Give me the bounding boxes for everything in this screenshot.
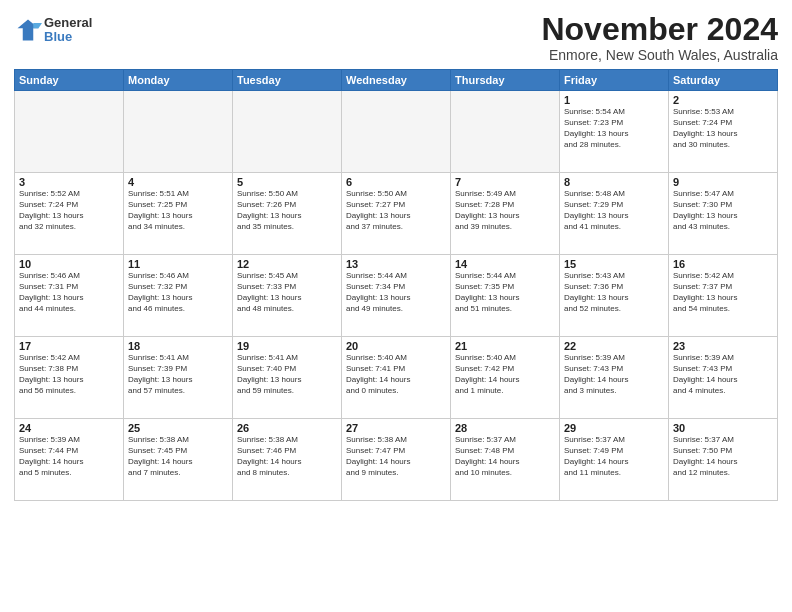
day-info: Sunrise: 5:40 AMSunset: 7:41 PMDaylight:…	[346, 353, 446, 396]
col-sunday: Sunday	[15, 70, 124, 91]
day-number: 23	[673, 340, 773, 352]
col-friday: Friday	[560, 70, 669, 91]
day-info: Sunrise: 5:38 AMSunset: 7:45 PMDaylight:…	[128, 435, 228, 478]
day-number: 3	[19, 176, 119, 188]
day-number: 10	[19, 258, 119, 270]
calendar-cell: 11Sunrise: 5:46 AMSunset: 7:32 PMDayligh…	[124, 255, 233, 337]
day-info: Sunrise: 5:45 AMSunset: 7:33 PMDaylight:…	[237, 271, 337, 314]
calendar-cell	[451, 91, 560, 173]
calendar-cell: 27Sunrise: 5:38 AMSunset: 7:47 PMDayligh…	[342, 419, 451, 501]
calendar-cell: 10Sunrise: 5:46 AMSunset: 7:31 PMDayligh…	[15, 255, 124, 337]
svg-marker-0	[18, 20, 39, 41]
calendar-cell: 21Sunrise: 5:40 AMSunset: 7:42 PMDayligh…	[451, 337, 560, 419]
calendar-cell: 5Sunrise: 5:50 AMSunset: 7:26 PMDaylight…	[233, 173, 342, 255]
col-thursday: Thursday	[451, 70, 560, 91]
logo-blue-text: Blue	[44, 30, 92, 44]
calendar-cell: 1Sunrise: 5:54 AMSunset: 7:23 PMDaylight…	[560, 91, 669, 173]
day-number: 24	[19, 422, 119, 434]
day-info: Sunrise: 5:43 AMSunset: 7:36 PMDaylight:…	[564, 271, 664, 314]
calendar-cell: 7Sunrise: 5:49 AMSunset: 7:28 PMDaylight…	[451, 173, 560, 255]
calendar-cell: 29Sunrise: 5:37 AMSunset: 7:49 PMDayligh…	[560, 419, 669, 501]
week-row-5: 24Sunrise: 5:39 AMSunset: 7:44 PMDayligh…	[15, 419, 778, 501]
calendar-cell: 4Sunrise: 5:51 AMSunset: 7:25 PMDaylight…	[124, 173, 233, 255]
col-tuesday: Tuesday	[233, 70, 342, 91]
day-info: Sunrise: 5:44 AMSunset: 7:34 PMDaylight:…	[346, 271, 446, 314]
day-info: Sunrise: 5:37 AMSunset: 7:48 PMDaylight:…	[455, 435, 555, 478]
calendar-cell: 8Sunrise: 5:48 AMSunset: 7:29 PMDaylight…	[560, 173, 669, 255]
day-number: 25	[128, 422, 228, 434]
calendar-cell: 20Sunrise: 5:40 AMSunset: 7:41 PMDayligh…	[342, 337, 451, 419]
day-info: Sunrise: 5:42 AMSunset: 7:38 PMDaylight:…	[19, 353, 119, 396]
day-info: Sunrise: 5:47 AMSunset: 7:30 PMDaylight:…	[673, 189, 773, 232]
day-number: 11	[128, 258, 228, 270]
calendar-cell: 25Sunrise: 5:38 AMSunset: 7:45 PMDayligh…	[124, 419, 233, 501]
col-saturday: Saturday	[669, 70, 778, 91]
day-info: Sunrise: 5:39 AMSunset: 7:43 PMDaylight:…	[673, 353, 773, 396]
day-info: Sunrise: 5:49 AMSunset: 7:28 PMDaylight:…	[455, 189, 555, 232]
day-info: Sunrise: 5:38 AMSunset: 7:46 PMDaylight:…	[237, 435, 337, 478]
day-number: 15	[564, 258, 664, 270]
day-number: 13	[346, 258, 446, 270]
day-number: 27	[346, 422, 446, 434]
day-number: 14	[455, 258, 555, 270]
calendar-cell: 28Sunrise: 5:37 AMSunset: 7:48 PMDayligh…	[451, 419, 560, 501]
day-info: Sunrise: 5:41 AMSunset: 7:39 PMDaylight:…	[128, 353, 228, 396]
day-number: 1	[564, 94, 664, 106]
calendar-container: General Blue November 2024 Enmore, New S…	[0, 0, 792, 612]
calendar-cell: 14Sunrise: 5:44 AMSunset: 7:35 PMDayligh…	[451, 255, 560, 337]
day-info: Sunrise: 5:52 AMSunset: 7:24 PMDaylight:…	[19, 189, 119, 232]
day-number: 5	[237, 176, 337, 188]
day-info: Sunrise: 5:39 AMSunset: 7:43 PMDaylight:…	[564, 353, 664, 396]
day-info: Sunrise: 5:41 AMSunset: 7:40 PMDaylight:…	[237, 353, 337, 396]
calendar-cell: 18Sunrise: 5:41 AMSunset: 7:39 PMDayligh…	[124, 337, 233, 419]
calendar-cell: 30Sunrise: 5:37 AMSunset: 7:50 PMDayligh…	[669, 419, 778, 501]
logo-text: General Blue	[44, 16, 92, 45]
calendar-cell	[342, 91, 451, 173]
col-wednesday: Wednesday	[342, 70, 451, 91]
week-row-4: 17Sunrise: 5:42 AMSunset: 7:38 PMDayligh…	[15, 337, 778, 419]
calendar-cell: 6Sunrise: 5:50 AMSunset: 7:27 PMDaylight…	[342, 173, 451, 255]
logo-icon	[14, 16, 42, 44]
calendar-cell: 3Sunrise: 5:52 AMSunset: 7:24 PMDaylight…	[15, 173, 124, 255]
day-number: 2	[673, 94, 773, 106]
day-number: 4	[128, 176, 228, 188]
day-number: 18	[128, 340, 228, 352]
location: Enmore, New South Wales, Australia	[541, 47, 778, 63]
day-info: Sunrise: 5:37 AMSunset: 7:49 PMDaylight:…	[564, 435, 664, 478]
calendar-cell: 24Sunrise: 5:39 AMSunset: 7:44 PMDayligh…	[15, 419, 124, 501]
calendar-cell: 26Sunrise: 5:38 AMSunset: 7:46 PMDayligh…	[233, 419, 342, 501]
calendar-cell: 19Sunrise: 5:41 AMSunset: 7:40 PMDayligh…	[233, 337, 342, 419]
calendar-cell	[124, 91, 233, 173]
day-number: 22	[564, 340, 664, 352]
day-number: 20	[346, 340, 446, 352]
calendar-cell: 13Sunrise: 5:44 AMSunset: 7:34 PMDayligh…	[342, 255, 451, 337]
calendar-cell: 22Sunrise: 5:39 AMSunset: 7:43 PMDayligh…	[560, 337, 669, 419]
day-number: 19	[237, 340, 337, 352]
day-info: Sunrise: 5:42 AMSunset: 7:37 PMDaylight:…	[673, 271, 773, 314]
day-info: Sunrise: 5:39 AMSunset: 7:44 PMDaylight:…	[19, 435, 119, 478]
day-number: 29	[564, 422, 664, 434]
calendar-cell: 16Sunrise: 5:42 AMSunset: 7:37 PMDayligh…	[669, 255, 778, 337]
day-info: Sunrise: 5:51 AMSunset: 7:25 PMDaylight:…	[128, 189, 228, 232]
logo-general-text: General	[44, 16, 92, 30]
col-monday: Monday	[124, 70, 233, 91]
week-row-2: 3Sunrise: 5:52 AMSunset: 7:24 PMDaylight…	[15, 173, 778, 255]
day-info: Sunrise: 5:40 AMSunset: 7:42 PMDaylight:…	[455, 353, 555, 396]
calendar-cell: 2Sunrise: 5:53 AMSunset: 7:24 PMDaylight…	[669, 91, 778, 173]
day-number: 26	[237, 422, 337, 434]
logo: General Blue	[14, 16, 92, 45]
day-info: Sunrise: 5:44 AMSunset: 7:35 PMDaylight:…	[455, 271, 555, 314]
day-number: 30	[673, 422, 773, 434]
calendar-cell: 17Sunrise: 5:42 AMSunset: 7:38 PMDayligh…	[15, 337, 124, 419]
day-number: 16	[673, 258, 773, 270]
month-title: November 2024	[541, 12, 778, 47]
calendar-cell: 23Sunrise: 5:39 AMSunset: 7:43 PMDayligh…	[669, 337, 778, 419]
day-number: 6	[346, 176, 446, 188]
day-info: Sunrise: 5:48 AMSunset: 7:29 PMDaylight:…	[564, 189, 664, 232]
day-info: Sunrise: 5:53 AMSunset: 7:24 PMDaylight:…	[673, 107, 773, 150]
calendar-cell	[233, 91, 342, 173]
day-info: Sunrise: 5:37 AMSunset: 7:50 PMDaylight:…	[673, 435, 773, 478]
calendar-cell: 9Sunrise: 5:47 AMSunset: 7:30 PMDaylight…	[669, 173, 778, 255]
day-info: Sunrise: 5:46 AMSunset: 7:32 PMDaylight:…	[128, 271, 228, 314]
day-number: 17	[19, 340, 119, 352]
